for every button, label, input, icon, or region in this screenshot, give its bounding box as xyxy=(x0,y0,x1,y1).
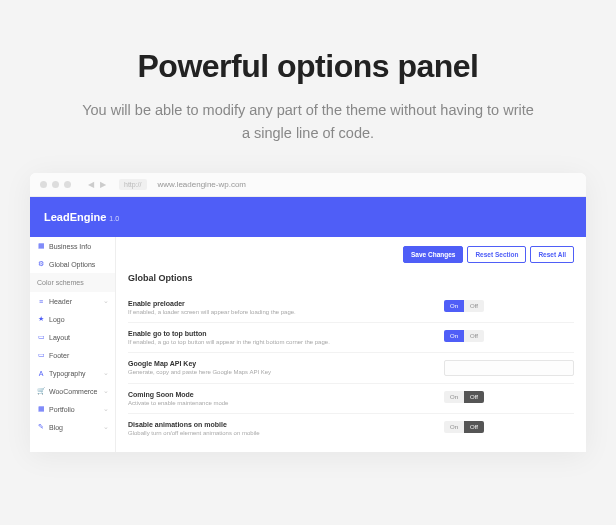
window-dot-max-icon xyxy=(64,181,71,188)
option-control xyxy=(444,360,574,376)
sidebar-item[interactable]: ⚙Global Options xyxy=(30,255,115,273)
window-dot-close-icon xyxy=(40,181,47,188)
sidebar-item[interactable]: ATypography xyxy=(30,364,115,382)
content-heading: Global Options xyxy=(128,273,574,283)
sidebar-item-label: Business Info xyxy=(49,243,91,250)
sidebar-item-label: Header xyxy=(49,298,72,305)
option-desc: Generate, copy and paste here Google Map… xyxy=(128,369,444,375)
option-title: Google Map API Key xyxy=(128,360,444,367)
sidebar-item-label: Typography xyxy=(49,370,86,377)
hero-subtitle: You will be able to modify any part of t… xyxy=(78,99,538,145)
forward-icon: ▶ xyxy=(100,180,106,189)
toggle-off[interactable]: Off xyxy=(464,421,484,433)
option-row: Coming Soon ModeActivate to enable maint… xyxy=(128,383,574,413)
sidebar-icon: ▭ xyxy=(37,333,45,341)
sidebar-icon: ⚙ xyxy=(37,260,45,268)
sidebar-item[interactable]: ▦Business Info xyxy=(30,237,115,255)
sidebar-item[interactable]: ▦Portfolio xyxy=(30,400,115,418)
option-control: OnOff xyxy=(444,421,574,433)
sidebar-item-label: Global Options xyxy=(49,261,95,268)
toggle-switch[interactable]: OnOff xyxy=(444,330,484,342)
sidebar-item-label: Logo xyxy=(49,316,65,323)
option-desc: If enabled, a loader screen will appear … xyxy=(128,309,444,315)
option-title: Coming Soon Mode xyxy=(128,391,444,398)
sidebar-item[interactable]: 🛒WooCommerce xyxy=(30,382,115,400)
option-desc: Activate to enable maintenance mode xyxy=(128,400,444,406)
toggle-switch[interactable]: OnOff xyxy=(444,391,484,403)
sidebar-item-label: Footer xyxy=(49,352,69,359)
action-bar: Save Changes Reset Section Reset All xyxy=(128,246,574,263)
option-label: Enable go to top buttonIf enabled, a go … xyxy=(128,330,444,345)
option-label: Enable preloaderIf enabled, a loader scr… xyxy=(128,300,444,315)
content-area: Save Changes Reset Section Reset All Glo… xyxy=(116,237,586,452)
sidebar-item-label: Color schemes xyxy=(37,279,84,286)
toggle-switch[interactable]: OnOff xyxy=(444,300,484,312)
toggle-on[interactable]: On xyxy=(444,421,464,433)
option-title: Enable go to top button xyxy=(128,330,444,337)
sidebar: ▦Business Info⚙Global OptionsColor schem… xyxy=(30,237,116,452)
sidebar-item[interactable]: ✎Blog xyxy=(30,418,115,436)
toggle-on[interactable]: On xyxy=(444,300,464,312)
reset-section-button[interactable]: Reset Section xyxy=(467,246,526,263)
sidebar-icon: ▦ xyxy=(37,242,45,250)
back-icon: ◀ xyxy=(88,180,94,189)
sidebar-item-label: Portfolio xyxy=(49,406,75,413)
toggle-off[interactable]: Off xyxy=(464,391,484,403)
toggle-off[interactable]: Off xyxy=(464,330,484,342)
option-label: Google Map API KeyGenerate, copy and pas… xyxy=(128,360,444,375)
hero-section: Powerful options panel You will be able … xyxy=(0,0,616,173)
brand-version: 1.0 xyxy=(109,215,119,222)
options-list: Enable preloaderIf enabled, a loader scr… xyxy=(128,293,574,443)
option-row: Google Map API KeyGenerate, copy and pas… xyxy=(128,352,574,383)
option-desc: If enabled, a go to top button will appe… xyxy=(128,339,444,345)
sidebar-icon: ✎ xyxy=(37,423,45,431)
browser-window: ◀ ▶ http:// www.leadengine-wp.com LeadEn… xyxy=(30,173,586,452)
save-button[interactable]: Save Changes xyxy=(403,246,463,263)
sidebar-icon: A xyxy=(37,369,45,377)
option-row: Disable animations on mobileGlobally tur… xyxy=(128,413,574,443)
sidebar-section: Color schemes xyxy=(30,273,115,292)
option-control: OnOff xyxy=(444,300,574,312)
url-protocol: http:// xyxy=(119,179,147,190)
panel-body: ▦Business Info⚙Global OptionsColor schem… xyxy=(30,237,586,452)
option-row: Enable preloaderIf enabled, a loader scr… xyxy=(128,293,574,322)
sidebar-icon: ▭ xyxy=(37,351,45,359)
sidebar-item-label: Blog xyxy=(49,424,63,431)
brand-name: LeadEngine xyxy=(44,211,106,223)
toggle-switch[interactable]: OnOff xyxy=(444,421,484,433)
sidebar-icon: ▦ xyxy=(37,405,45,413)
option-control: OnOff xyxy=(444,391,574,403)
option-title: Disable animations on mobile xyxy=(128,421,444,428)
toggle-off[interactable]: Off xyxy=(464,300,484,312)
api-key-input[interactable] xyxy=(444,360,574,376)
option-desc: Globally turn on/off element animations … xyxy=(128,430,444,436)
hero-title: Powerful options panel xyxy=(30,48,586,85)
sidebar-icon: ≡ xyxy=(37,297,45,305)
option-title: Enable preloader xyxy=(128,300,444,307)
sidebar-item[interactable]: ★Logo xyxy=(30,310,115,328)
sidebar-item[interactable]: ▭Footer xyxy=(30,346,115,364)
toggle-on[interactable]: On xyxy=(444,391,464,403)
window-dot-min-icon xyxy=(52,181,59,188)
toggle-on[interactable]: On xyxy=(444,330,464,342)
reset-all-button[interactable]: Reset All xyxy=(530,246,574,263)
browser-chrome: ◀ ▶ http:// www.leadengine-wp.com xyxy=(30,173,586,197)
sidebar-item[interactable]: ≡Header xyxy=(30,292,115,310)
option-control: OnOff xyxy=(444,330,574,342)
sidebar-icon: ★ xyxy=(37,315,45,323)
panel-header: LeadEngine1.0 xyxy=(30,197,586,237)
option-label: Disable animations on mobileGlobally tur… xyxy=(128,421,444,436)
sidebar-item-label: WooCommerce xyxy=(49,388,98,395)
option-row: Enable go to top buttonIf enabled, a go … xyxy=(128,322,574,352)
sidebar-item[interactable]: ▭Layout xyxy=(30,328,115,346)
sidebar-icon: 🛒 xyxy=(37,387,45,395)
nav-arrows: ◀ ▶ xyxy=(88,180,106,189)
url-text: www.leadengine-wp.com xyxy=(158,180,247,189)
option-label: Coming Soon ModeActivate to enable maint… xyxy=(128,391,444,406)
sidebar-item-label: Layout xyxy=(49,334,70,341)
